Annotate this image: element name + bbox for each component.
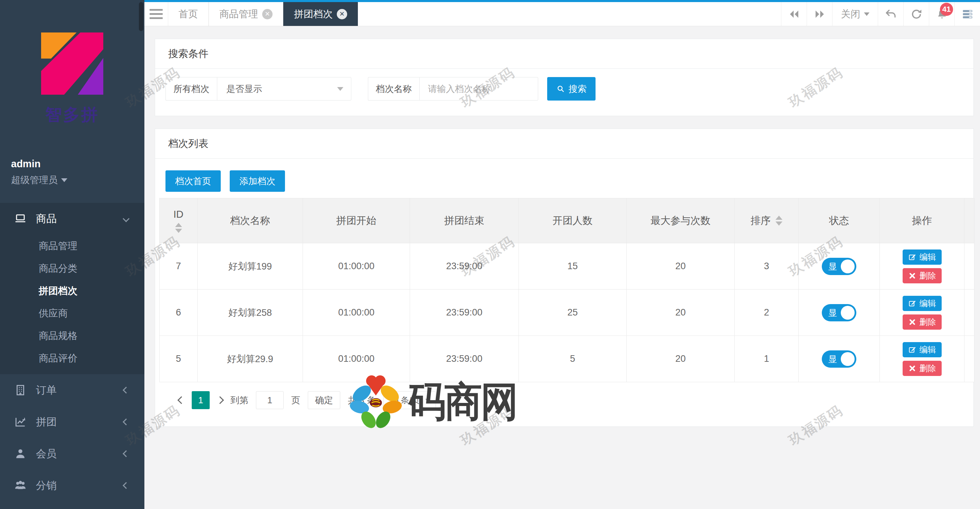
toggle-knob <box>841 306 854 320</box>
level-name-input[interactable] <box>419 77 538 101</box>
level-filter-select[interactable]: 是否显示 <box>217 77 351 101</box>
sidebar-item-supplier[interactable]: 供应商 <box>0 302 145 324</box>
list-icon <box>961 8 974 21</box>
back-button[interactable] <box>878 2 903 26</box>
level-filter-label: 所有档次 <box>165 77 217 101</box>
cell-start: 01:00:00 <box>303 336 410 382</box>
level-table: ID 档次名称 拼团开始 拼团结束 开团人数 最大参与次数 <box>159 198 974 382</box>
delete-button[interactable]: 删除 <box>903 268 942 283</box>
refresh-button[interactable] <box>903 2 929 26</box>
cell-actions: 编辑 删除 <box>880 243 964 290</box>
cell-name: 好划算258 <box>197 290 303 336</box>
tab-label: 商品管理 <box>220 8 258 21</box>
tab-label: 首页 <box>178 8 198 21</box>
building-icon <box>14 384 27 397</box>
per-page-select[interactable]: 20 条/页 <box>383 391 436 409</box>
close-x-icon <box>908 318 916 326</box>
tab-home[interactable]: 首页 <box>168 2 208 26</box>
visibility-toggle[interactable]: 显 <box>822 258 856 275</box>
level-home-button[interactable]: 档次首页 <box>165 170 221 192</box>
topbar: 首页 商品管理 × 拼团档次 × 关闭 <box>145 0 980 26</box>
tab-label: 拼团档次 <box>294 8 332 21</box>
search-button-label: 搜索 <box>569 83 587 95</box>
edit-label: 编辑 <box>920 252 936 263</box>
sidebar-item-goods-category[interactable]: 商品分类 <box>0 257 145 279</box>
goto-suffix-label: 页 <box>291 394 300 406</box>
goto-prefix-label: 到第 <box>231 394 248 406</box>
sidebar-item-goods[interactable]: 商品 <box>0 203 145 235</box>
refresh-icon <box>910 8 923 21</box>
z-logo-icon <box>41 32 103 95</box>
sidebar-item-goods-review[interactable]: 商品评价 <box>0 347 145 369</box>
chevron-left-icon <box>123 450 130 457</box>
prev-page-button[interactable] <box>178 396 186 404</box>
delete-button[interactable]: 删除 <box>903 314 942 330</box>
col-label: 排序 <box>751 214 771 228</box>
notifications-button[interactable]: 41 <box>929 2 955 26</box>
sidebar-item-members[interactable]: 会员 <box>0 438 145 470</box>
cell-spacer <box>964 290 974 336</box>
edit-button[interactable]: 编辑 <box>903 342 942 357</box>
layout-settings-button[interactable] <box>955 2 980 26</box>
undo-icon <box>885 8 897 21</box>
cell-max-times: 20 <box>627 243 735 290</box>
chevron-down-icon <box>864 13 869 16</box>
toggle-knob <box>841 352 854 366</box>
edit-icon <box>908 299 916 308</box>
sidebar-item-distribution[interactable]: 分销 <box>0 470 145 501</box>
search-button[interactable]: 搜索 <box>547 77 595 101</box>
col-header-max-times: 最大参与次数 <box>627 198 735 243</box>
search-panel-title: 搜索条件 <box>155 39 974 69</box>
brand-logo: 智多拼 <box>0 0 145 126</box>
user-block: admin 超级管理员 <box>0 158 145 186</box>
scroll-tabs-left-button[interactable] <box>781 2 807 26</box>
delete-label: 删除 <box>920 270 936 281</box>
close-icon[interactable]: × <box>337 9 347 19</box>
toggle-label: 显 <box>828 353 837 365</box>
brand-name: 智多拼 <box>45 104 99 126</box>
sidebar-scrollbar[interactable] <box>139 2 143 31</box>
cell-status: 显 <box>799 290 880 336</box>
sidebar-item-goods-manage[interactable]: 商品管理 <box>0 235 145 257</box>
close-icon[interactable]: × <box>262 9 272 19</box>
sidebar-item-orders[interactable]: 订单 <box>0 374 145 406</box>
sidebar-item-label: 商品 <box>36 212 57 226</box>
edit-button[interactable]: 编辑 <box>903 249 942 265</box>
menu-toggle-button[interactable] <box>145 2 168 26</box>
next-page-button[interactable] <box>216 396 224 404</box>
close-tabs-dropdown[interactable]: 关闭 <box>832 2 878 26</box>
rewind-icon <box>788 8 800 21</box>
col-header-people: 开团人数 <box>519 198 627 243</box>
member-icon <box>14 447 27 460</box>
cell-start: 01:00:00 <box>303 243 410 290</box>
toggle-label: 显 <box>828 307 837 318</box>
add-level-button[interactable]: 添加档次 <box>230 170 285 192</box>
sidebar-item-label: 会员 <box>36 447 57 461</box>
sidebar-item-marketing[interactable]: 营销 <box>0 501 145 509</box>
cell-actions: 编辑 删除 <box>880 336 964 382</box>
per-page-value: 20 条/页 <box>389 395 420 406</box>
col-header-sort[interactable]: 排序 <box>735 198 799 243</box>
search-panel: 搜索条件 所有档次 是否显示 档次名称 搜索 <box>155 39 974 116</box>
col-header-name: 档次名称 <box>197 198 303 243</box>
sidebar-item-group[interactable]: 拼团 <box>0 406 145 438</box>
close-tabs-label: 关闭 <box>841 8 861 21</box>
sidebar-menu: 商品 商品管理 商品分类 拼团档次 供应商 商品规格 商品评价 订单 <box>0 203 145 509</box>
visibility-toggle[interactable]: 显 <box>822 350 856 368</box>
edit-button[interactable]: 编辑 <box>903 296 942 311</box>
sidebar-item-label: 订单 <box>36 383 57 397</box>
level-list-body: 档次首页 添加档次 ID <box>155 159 974 426</box>
tab-goods-manage[interactable]: 商品管理 × <box>208 2 283 26</box>
tab-group-level[interactable]: 拼团档次 × <box>283 2 358 26</box>
sidebar-item-group-level[interactable]: 拼团档次 <box>0 279 145 302</box>
scroll-tabs-right-button[interactable] <box>807 2 832 26</box>
user-role-dropdown[interactable]: 超级管理员 <box>11 174 145 186</box>
sidebar-item-goods-spec[interactable]: 商品规格 <box>0 324 145 347</box>
col-header-id[interactable]: ID <box>159 198 197 243</box>
current-page[interactable]: 1 <box>192 391 210 409</box>
visibility-toggle[interactable]: 显 <box>822 304 856 321</box>
goto-page-input[interactable] <box>256 391 283 409</box>
goto-confirm-button[interactable]: 确定 <box>308 391 340 409</box>
delete-button[interactable]: 删除 <box>903 361 942 376</box>
cell-people: 15 <box>519 243 627 290</box>
